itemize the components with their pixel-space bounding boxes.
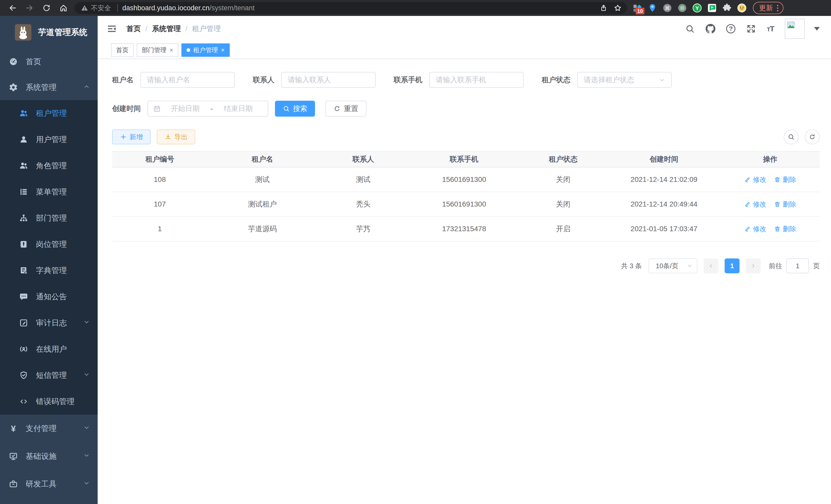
sidebar-item-menu[interactable]: 菜单管理 [0,179,98,205]
col-contact: 联系人 [317,151,409,167]
goto-page-input[interactable]: 1 [786,259,809,273]
tenant-name-input[interactable]: 请输入租户名 [140,72,235,88]
sidebar-item-errorcode[interactable]: 错误码管理 [0,388,98,415]
sidebar-item-notice[interactable]: 通知公告 [0,284,98,310]
edit-button[interactable]: 修改 [744,175,766,184]
chevron-down-icon [83,319,90,327]
svg-text:Y: Y [695,5,699,11]
profile-avatar-icon[interactable] [737,3,747,13]
browser-menu-icon[interactable] [777,5,778,11]
sidebar: 芋道管理系统 首页 系统管理 租户管理 用户管理 [0,16,98,504]
delete-button[interactable]: 删除 [774,200,796,209]
sidebar-item-role[interactable]: 角色管理 [0,153,98,179]
refresh-table-button[interactable] [805,129,820,144]
delete-button[interactable]: 删除 [774,175,796,184]
sidebar-group-payment[interactable]: ¥ 支付管理 [0,415,98,442]
header-search-button[interactable] [685,24,695,34]
status-select[interactable]: 请选择租户状态 [577,72,672,88]
bookmark-star-icon[interactable] [613,4,622,12]
breadcrumb-home[interactable]: 首页 [126,24,141,34]
col-tenant-name: 租户名 [208,151,317,167]
breadcrumb: 首页 / 系统管理 / 租户管理 [126,24,221,34]
tag-tenant[interactable]: 租户管理× [181,43,230,57]
chat-extension-icon[interactable] [707,3,717,13]
back-button[interactable] [7,2,19,14]
pin-extension-icon[interactable] [647,3,658,13]
sidebar-item-online[interactable]: 在线用户 [0,336,98,362]
app-title: 芋道管理系统 [38,27,87,38]
sidebar-group-system[interactable]: 系统管理 [0,75,98,100]
security-label[interactable]: 不安全 [91,4,111,12]
user-avatar[interactable] [785,19,805,39]
sidebar-item-tenant[interactable]: 租户管理 [0,100,98,126]
date-range-input[interactable]: 开始日期 - 结束日期 [147,101,268,117]
contact-input[interactable]: 请输入联系人 [281,72,376,88]
chevron-right-icon [750,263,756,269]
chevron-up-icon [83,83,90,92]
mobile-input[interactable]: 请输入联系手机 [429,72,524,88]
sidebar-group-infra[interactable]: 基础设施 [0,442,98,470]
share-icon[interactable] [600,4,607,12]
home-button[interactable] [58,2,69,14]
add-button[interactable]: 新增 [112,129,150,144]
github-icon [706,24,715,34]
help-icon[interactable]: ? [726,24,736,33]
tenant-name-label: 租户名 [112,75,134,85]
pencil-icon [744,176,751,183]
mobile-label: 联系手机 [394,75,423,85]
prev-page-button[interactable] [704,259,718,273]
recorder-extension-icon[interactable] [677,3,688,13]
extension-badge: 10 [636,8,644,14]
reload-button[interactable] [40,2,52,14]
tag-home[interactable]: 首页 [111,43,134,57]
sidebar-item-sms[interactable]: 短信管理 [0,362,98,388]
search-button[interactable]: 搜索 [275,101,315,117]
font-size-icon[interactable]: TT [767,24,774,33]
forward-button[interactable] [24,2,35,14]
show-search-toggle-button[interactable] [784,129,799,144]
edit-button[interactable]: 修改 [744,200,766,209]
y-extension-icon[interactable]: Y [692,3,703,13]
breadcrumb-system[interactable]: 系统管理 [152,24,181,34]
sidebar-item-user[interactable]: 用户管理 [0,126,98,153]
chevron-left-icon [708,263,714,269]
gear-icon [8,83,19,92]
sidebar-item-home[interactable]: 首页 [0,49,98,75]
close-icon[interactable]: × [221,47,225,53]
caret-down-icon[interactable] [814,27,820,31]
url-text[interactable]: dashboard.yudao.iocoder.cn/system/tenant [122,4,600,12]
sidebar-item-dict[interactable]: 字典管理 [0,258,98,284]
fullscreen-button[interactable] [746,24,756,34]
extensions-area: 10 ⌘ Y [632,3,747,13]
sidebar-item-auditlog[interactable]: 审计日志 [0,310,98,336]
address-bar[interactable]: 不安全 dashboard.yudao.iocoder.cn/system/te… [75,2,627,14]
pencil-icon [744,201,751,208]
puzzle-extensions-icon[interactable] [721,3,732,13]
edit-button[interactable]: 修改 [744,225,766,234]
export-button[interactable]: 导出 [157,129,195,144]
sidebar-group-devtools[interactable]: 研发工具 [0,470,98,498]
devtools-extension-icon[interactable]: 10 [632,3,643,13]
reset-button[interactable]: 重置 [325,101,366,117]
delete-button[interactable]: 删除 [774,225,796,234]
page-1-button[interactable]: 1 [725,259,740,273]
page-size-select[interactable]: 10条/页 [649,259,697,273]
command-extension-icon[interactable]: ⌘ [662,3,673,13]
sidebar-item-post[interactable]: 岗位管理 [0,231,98,258]
chevron-down-icon [83,480,90,488]
omnibox-divider [117,4,118,11]
end-date-placeholder[interactable]: 结束日期 [214,104,263,114]
sidebar-item-dept[interactable]: 部门管理 [0,205,98,231]
next-page-button[interactable] [746,259,761,273]
chrome-update-button[interactable]: 更新 [753,2,783,14]
table-header-row: 租户编号 租户名 联系人 联系手机 租户状态 创建时间 操作 [112,151,820,167]
svg-text:⌘: ⌘ [665,5,670,11]
plus-icon [120,133,127,141]
close-icon[interactable]: × [170,47,173,53]
monitor-icon [8,452,19,461]
sidebar-collapse-button[interactable] [106,23,118,35]
tag-dept[interactable]: 部门管理× [137,43,178,57]
start-date-placeholder[interactable]: 开始日期 [161,104,209,114]
github-button[interactable] [706,24,715,34]
app-logo[interactable]: 芋道管理系统 [0,16,98,49]
